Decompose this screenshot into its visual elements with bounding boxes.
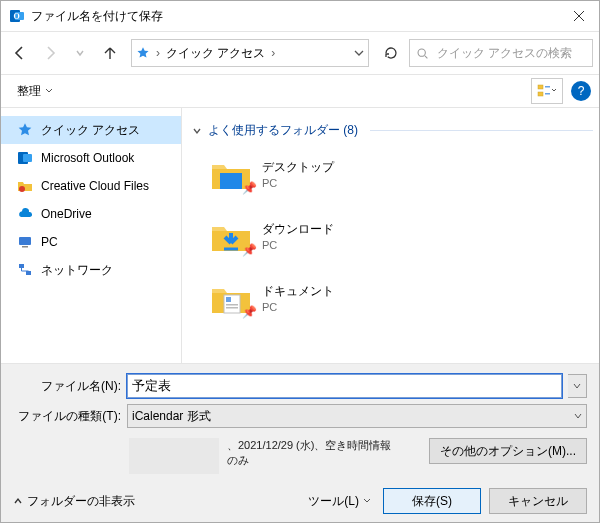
footer: フォルダーの非表示 ツール(L) 保存(S) キャンセル	[13, 488, 587, 514]
forward-button[interactable]	[37, 40, 63, 66]
sidebar-item-label: OneDrive	[41, 207, 92, 221]
svg-rect-11	[19, 237, 31, 245]
search-input[interactable]	[435, 45, 589, 61]
pin-icon: 📌	[242, 181, 257, 195]
sidebar-item-label: Microsoft Outlook	[41, 151, 134, 165]
filename-row: ファイル名(N):	[13, 374, 587, 398]
address-dropdown[interactable]	[354, 48, 364, 58]
toolbar: 整理 ?	[1, 74, 599, 108]
svg-rect-15	[220, 173, 242, 189]
sidebar-item-pc[interactable]: PC	[1, 228, 181, 256]
network-icon	[17, 262, 33, 278]
svg-text:O: O	[14, 12, 20, 21]
address-bar[interactable]: › クイック アクセス ›	[131, 39, 369, 67]
sidebar-item-creative-cloud[interactable]: Creative Cloud Files	[1, 172, 181, 200]
svg-rect-9	[23, 154, 32, 162]
item-sub: PC	[262, 300, 334, 314]
group-title: よく使用するフォルダー (8)	[208, 122, 358, 139]
star-icon	[17, 122, 33, 138]
sidebar-item-outlook[interactable]: Microsoft Outlook	[1, 144, 181, 172]
svg-rect-6	[545, 86, 550, 88]
item-sub: PC	[262, 176, 334, 190]
more-options-button[interactable]: その他のオプション(M)...	[429, 438, 587, 464]
body: クイック アクセス Microsoft Outlook Creative Clo…	[1, 108, 599, 363]
sidebar-item-label: Creative Cloud Files	[41, 179, 149, 193]
cancel-button[interactable]: キャンセル	[489, 488, 587, 514]
filetype-select[interactable]: iCalendar 形式	[127, 404, 587, 428]
outlook-icon	[17, 150, 33, 166]
pin-icon: 📌	[242, 243, 257, 257]
search-icon	[416, 47, 429, 60]
folder-icon	[17, 178, 33, 194]
chevron-right-icon: ›	[154, 46, 162, 60]
breadcrumb-location: クイック アクセス	[166, 45, 265, 62]
chevron-down-icon	[192, 126, 202, 136]
sidebar-item-label: PC	[41, 235, 58, 249]
hide-folders-button[interactable]: フォルダーの非表示	[13, 493, 135, 510]
chevron-right-icon: ›	[269, 46, 277, 60]
options-row: 、2021/12/29 (水)、空き時間情報のみ その他のオプション(M)...	[13, 438, 587, 474]
sidebar-item-onedrive[interactable]: OneDrive	[1, 200, 181, 228]
filename-input[interactable]	[127, 374, 562, 398]
preview-text: 、2021/12/29 (水)、空き時間情報のみ	[227, 438, 397, 469]
svg-rect-7	[545, 93, 550, 95]
svg-rect-12	[22, 246, 28, 248]
item-name: デスクトップ	[262, 160, 334, 176]
close-button[interactable]	[559, 1, 599, 31]
titlebar: O ファイル名を付けて保存	[1, 1, 599, 32]
search-box[interactable]	[409, 39, 593, 67]
item-sub: PC	[262, 238, 334, 252]
sidebar-item-quick-access[interactable]: クイック アクセス	[1, 116, 181, 144]
tools-menu[interactable]: ツール(L)	[304, 491, 375, 512]
organize-label: 整理	[17, 83, 41, 100]
svg-rect-14	[26, 271, 31, 275]
svg-rect-13	[19, 264, 24, 268]
back-button[interactable]	[7, 40, 33, 66]
folder-item-documents[interactable]: 📌 ドキュメント PC	[188, 275, 593, 323]
save-as-dialog: O ファイル名を付けて保存 › クイック アクセス ›	[0, 0, 600, 523]
svg-rect-18	[226, 304, 238, 306]
svg-rect-5	[538, 92, 543, 96]
help-button[interactable]: ?	[571, 81, 591, 101]
cloud-icon	[17, 206, 33, 222]
save-button[interactable]: 保存(S)	[383, 488, 481, 514]
sidebar: クイック アクセス Microsoft Outlook Creative Clo…	[1, 108, 182, 363]
filename-label: ファイル名(N):	[13, 378, 121, 395]
bottom-panel: ファイル名(N): ファイルの種類(T): iCalendar 形式 、2021…	[1, 363, 599, 522]
item-name: ダウンロード	[262, 222, 334, 238]
svg-rect-19	[226, 307, 238, 309]
sidebar-item-network[interactable]: ネットワーク	[1, 256, 181, 284]
organize-menu[interactable]: 整理	[9, 80, 61, 103]
quick-access-icon	[136, 46, 150, 60]
up-button[interactable]	[97, 40, 123, 66]
item-name: ドキュメント	[262, 284, 334, 300]
folder-item-desktop[interactable]: 📌 デスクトップ PC	[188, 151, 593, 199]
dialog-title: ファイル名を付けて保存	[31, 8, 559, 25]
group-header[interactable]: よく使用するフォルダー (8)	[192, 122, 593, 139]
documents-folder-icon: 📌	[210, 281, 252, 317]
folder-item-downloads[interactable]: 📌 ダウンロード PC	[188, 213, 593, 261]
nav-row: › クイック アクセス ›	[1, 32, 599, 74]
preview-thumbnail	[129, 438, 219, 474]
svg-rect-4	[538, 85, 543, 89]
downloads-folder-icon: 📌	[210, 219, 252, 255]
pc-icon	[17, 234, 33, 250]
sidebar-item-label: クイック アクセス	[41, 122, 140, 139]
outlook-icon: O	[9, 8, 25, 24]
filename-dropdown[interactable]	[568, 374, 587, 398]
svg-rect-17	[226, 297, 231, 302]
recent-dropdown[interactable]	[67, 40, 93, 66]
svg-point-3	[418, 49, 425, 56]
sidebar-item-label: ネットワーク	[41, 262, 113, 279]
filetype-value: iCalendar 形式	[132, 408, 211, 425]
refresh-button[interactable]	[377, 40, 405, 66]
filetype-label: ファイルの種類(T):	[13, 408, 121, 425]
desktop-folder-icon: 📌	[210, 157, 252, 193]
pin-icon: 📌	[242, 305, 257, 319]
view-options-button[interactable]	[531, 78, 563, 104]
svg-point-10	[19, 186, 25, 192]
filetype-row: ファイルの種類(T): iCalendar 形式	[13, 404, 587, 428]
content-pane[interactable]: よく使用するフォルダー (8) 📌 デスクトップ PC 📌	[182, 108, 599, 363]
